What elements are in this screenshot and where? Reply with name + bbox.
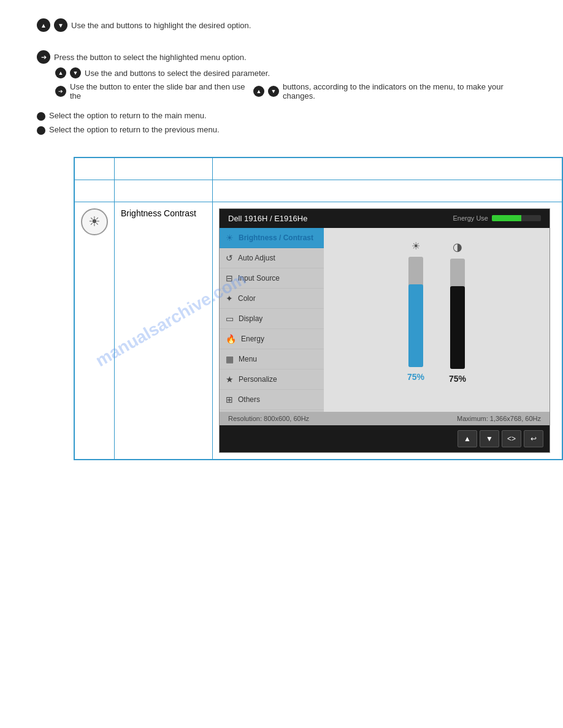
brightness-menu-icon: ☀ bbox=[226, 233, 234, 243]
table-row-main: ☀ Brightness Contrast Dell 1916H / E1916… bbox=[74, 202, 562, 460]
energy-bar bbox=[492, 215, 541, 221]
row2-col-icon bbox=[74, 180, 115, 202]
others-label: Others bbox=[238, 395, 260, 404]
sun-icon: ☀ bbox=[88, 214, 101, 230]
menu-item-input-source[interactable]: ⊟ Input Source bbox=[220, 268, 324, 289]
instruction-text-2c: Use the button to enter the slide bar an… bbox=[70, 82, 250, 100]
instruction-row-1: ▲ ▼ Use the and buttons to highlight the… bbox=[37, 18, 526, 32]
brightness-contrast-label: Brightness Contrast bbox=[121, 208, 196, 218]
color-label: Color bbox=[238, 294, 256, 303]
instruction-text-3b: Select the option to return to the previ… bbox=[49, 125, 220, 134]
brightness-slider-track bbox=[408, 257, 423, 367]
maximum-text: Maximum: 1,366x768, 60Hz bbox=[457, 415, 541, 422]
brightness-slider-fill bbox=[408, 284, 423, 367]
contrast-slider-icon: ◑ bbox=[453, 240, 462, 254]
menu-item-color[interactable]: ✦ Color bbox=[220, 289, 324, 309]
menu-label: Menu bbox=[239, 355, 257, 363]
instruction-block-3: Select the option to return to the main … bbox=[37, 110, 526, 135]
osd-cell: Dell 1916H / E1916He Energy Use bbox=[213, 202, 563, 460]
osd-nav-buttons: ▲ ▼ <> ↩ bbox=[220, 425, 550, 452]
enter-btn-2: ➔ bbox=[55, 86, 66, 97]
instruction-text-3a: Select the option to return to the main … bbox=[49, 111, 207, 120]
nav-back-btn[interactable]: ↩ bbox=[524, 430, 543, 447]
instruction-row-2b: ▲ ▼ Use the and buttons to select the de… bbox=[55, 67, 526, 78]
others-icon: ⊞ bbox=[226, 395, 233, 404]
bullet-2 bbox=[37, 126, 45, 135]
instruction-text-1: Use the and buttons to highlight the des… bbox=[71, 21, 251, 30]
instruction-row-3a: Select the option to return to the main … bbox=[37, 110, 526, 121]
enter-btn-1: ➔ bbox=[37, 50, 50, 64]
input-source-icon: ⊟ bbox=[226, 273, 233, 283]
menu-item-auto-adjust[interactable]: ↺ Auto Adjust bbox=[220, 248, 324, 268]
brightness-slider-icon: ☀ bbox=[412, 240, 420, 252]
osd-display: Dell 1916H / E1916He Energy Use bbox=[219, 208, 550, 453]
bullet-1 bbox=[37, 112, 45, 121]
table-row-2 bbox=[74, 180, 562, 202]
menu-item-brightness[interactable]: ☀ Brightness / Contrast bbox=[220, 228, 324, 248]
auto-adjust-label: Auto Adjust bbox=[238, 254, 275, 262]
personalize-icon: ★ bbox=[226, 374, 234, 384]
display-label: Display bbox=[239, 314, 262, 323]
energy-menu-label: Energy bbox=[241, 335, 264, 343]
instruction-text-2a: Press the button to select the highlight… bbox=[54, 53, 247, 62]
energy-icon: 🔥 bbox=[226, 334, 236, 344]
nav-down-btn[interactable]: ▼ bbox=[480, 430, 499, 447]
header-col-content bbox=[213, 157, 563, 180]
energy-label: Energy Use bbox=[453, 214, 488, 222]
table-header-row bbox=[74, 157, 562, 180]
display-icon: ▭ bbox=[226, 314, 234, 324]
menu-item-others[interactable]: ⊞ Others bbox=[220, 390, 324, 410]
up-btn-1: ▲ bbox=[37, 18, 50, 32]
brightness-icon-cell: ☀ bbox=[74, 202, 115, 460]
header-col-name bbox=[115, 157, 213, 180]
energy-bar-container: Energy Use bbox=[453, 214, 541, 222]
osd-body: ☀ Brightness / Contrast ↺ Auto Adjust ⊟ bbox=[220, 228, 550, 412]
contrast-slider-value: 75% bbox=[449, 374, 466, 384]
brightness-slider-group: ☀ 75% bbox=[407, 240, 424, 382]
instruction-text-2d: buttons, according to the indicators on … bbox=[283, 82, 526, 100]
instruction-row-2a: ➔ Press the button to select the highlig… bbox=[37, 50, 526, 64]
instruction-text-2b: Use the and buttons to select the desire… bbox=[85, 69, 270, 78]
auto-adjust-icon: ↺ bbox=[226, 253, 233, 263]
osd-header: Dell 1916H / E1916He Energy Use bbox=[220, 209, 550, 228]
menu-item-display[interactable]: ▭ Display bbox=[220, 309, 324, 329]
nav-up-btn[interactable]: ▲ bbox=[458, 430, 477, 447]
osd-footer: Resolution: 800x600, 60Hz Maximum: 1,366… bbox=[220, 412, 550, 425]
resolution-text: Resolution: 800x600, 60Hz bbox=[228, 415, 309, 422]
row2-col-content bbox=[213, 180, 563, 202]
brightness-icon-circle: ☀ bbox=[81, 208, 108, 235]
osd-menu: ☀ Brightness / Contrast ↺ Auto Adjust ⊟ bbox=[220, 228, 324, 412]
menu-icon-sym: ▦ bbox=[226, 354, 234, 364]
header-col-icon bbox=[74, 157, 115, 180]
brightness-label-cell: Brightness Contrast bbox=[115, 202, 213, 460]
energy-bar-fill bbox=[492, 215, 521, 221]
contrast-slider-fill bbox=[450, 286, 465, 369]
menu-item-menu[interactable]: ▦ Menu bbox=[220, 349, 324, 370]
osd-title: Dell 1916H / E1916He bbox=[228, 214, 307, 223]
input-source-label: Input Source bbox=[238, 274, 280, 282]
down-btn-2: ▼ bbox=[70, 67, 81, 78]
instructions-section: ▲ ▼ Use the and buttons to highlight the… bbox=[0, 0, 563, 151]
menu-item-energy[interactable]: 🔥 Energy bbox=[220, 329, 324, 349]
instruction-block-1: ▲ ▼ Use the and buttons to highlight the… bbox=[37, 18, 526, 32]
row2-col-name bbox=[115, 180, 213, 202]
up-btn-3: ▲ bbox=[253, 86, 264, 97]
color-icon: ✦ bbox=[226, 294, 233, 303]
osd-slider-content: ☀ 75% ◑ bbox=[324, 228, 550, 412]
down-btn-1: ▼ bbox=[54, 18, 67, 32]
personalize-label: Personalize bbox=[239, 375, 277, 384]
down-btn-3: ▼ bbox=[268, 86, 279, 97]
nav-lr-btn[interactable]: <> bbox=[502, 430, 521, 447]
contrast-slider-group: ◑ 75% bbox=[449, 240, 466, 384]
main-table: ☀ Brightness Contrast Dell 1916H / E1916… bbox=[74, 157, 563, 460]
brightness-slider-value: 75% bbox=[407, 372, 424, 382]
instruction-row-3b: Select the option to return to the previ… bbox=[37, 124, 526, 135]
contrast-slider-track bbox=[450, 259, 465, 369]
up-btn-2: ▲ bbox=[55, 67, 66, 78]
brightness-menu-label: Brightness / Contrast bbox=[239, 233, 313, 242]
main-content-area: manualsarchive.com ☀ bbox=[37, 157, 526, 460]
menu-item-personalize[interactable]: ★ Personalize bbox=[220, 370, 324, 390]
instruction-row-2c: ➔ Use the button to enter the slide bar … bbox=[55, 82, 526, 100]
instruction-block-2: ➔ Press the button to select the highlig… bbox=[37, 50, 526, 100]
